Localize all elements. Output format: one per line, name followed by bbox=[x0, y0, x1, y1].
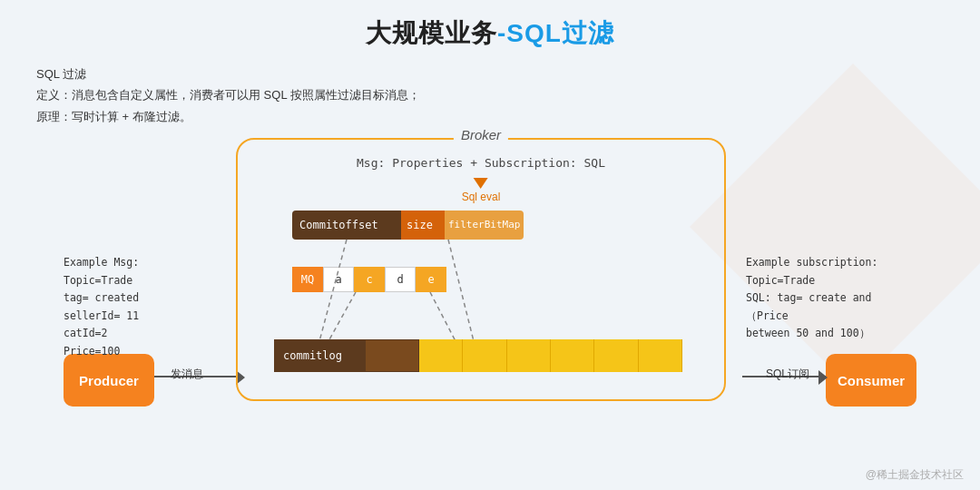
ex-left-4: sellerId= 11 bbox=[64, 308, 139, 326]
clog-cell-4 bbox=[551, 339, 594, 372]
ex-right-2: Topic=Trade bbox=[746, 272, 918, 290]
clog-cell-3 bbox=[507, 339, 551, 372]
svg-line-2 bbox=[328, 292, 356, 341]
msg-subscription-line: Msg: Properties + Subscription: SQL bbox=[238, 156, 724, 170]
consumer-box: Consumer bbox=[826, 354, 916, 407]
ex-left-5: catId=2 bbox=[64, 325, 139, 343]
svg-line-1 bbox=[448, 240, 474, 341]
mq-cell-c: c bbox=[354, 267, 385, 292]
clog-cell-2 bbox=[463, 339, 506, 372]
svg-line-3 bbox=[430, 292, 456, 341]
sql-eval-arrow bbox=[474, 178, 488, 189]
watermark: @稀土掘金技术社区 bbox=[866, 467, 964, 483]
page-title: 大规模业务-SQL过滤 bbox=[36, 16, 944, 51]
broker-box: Broker Msg: Properties + Subscription: S… bbox=[236, 138, 726, 401]
ex-left-6: Price=100 bbox=[64, 343, 139, 361]
ex-right-1: Example subscription: bbox=[746, 254, 918, 272]
commitlog-dark-section bbox=[365, 339, 419, 372]
title-sub: -SQL过滤 bbox=[497, 19, 614, 47]
ex-left-2: Topic=Trade bbox=[64, 272, 139, 290]
mq-cell-e: e bbox=[416, 267, 446, 292]
arrowhead-right bbox=[818, 370, 828, 385]
diagram-area: Producer Consumer 发消息 SQL订阅 Example Msg:… bbox=[36, 138, 944, 446]
mq-bar: MQ a c d e bbox=[292, 267, 446, 292]
ex-left-1: Example Msg: bbox=[64, 254, 139, 272]
clog-cell-5 bbox=[594, 339, 638, 372]
commitoffset-bar: Commitoffset size filterBitMap bbox=[292, 211, 524, 240]
commitoffset-cell: Commitoffset bbox=[292, 211, 401, 240]
producer-label: Producer bbox=[79, 373, 139, 388]
desc-line2: 定义：消息包含自定义属性，消费者可以用 SQL 按照属性过滤目标消息； bbox=[36, 84, 944, 105]
size-cell: size bbox=[401, 211, 445, 240]
fasong-label: 发消息 bbox=[171, 367, 203, 382]
commitlog-label: commitlog bbox=[274, 339, 365, 372]
ex-right-3: SQL: tag= create and （Price bbox=[746, 289, 918, 325]
desc-line3: 原理：写时计算 + 布隆过滤。 bbox=[36, 106, 944, 127]
sql-eval-label: Sql eval bbox=[462, 191, 501, 203]
clog-cell-6 bbox=[639, 339, 682, 372]
mq-cell-a: a bbox=[323, 267, 354, 292]
commitlog-bar: commitlog bbox=[274, 339, 682, 372]
consumer-label: Consumer bbox=[838, 373, 905, 388]
ex-right-4: between 50 and 100） bbox=[746, 325, 918, 343]
clog-cell-1 bbox=[419, 339, 463, 372]
commitlog-yellow-section bbox=[419, 339, 682, 372]
example-right: Example subscription: Topic=Trade SQL: t… bbox=[746, 254, 918, 343]
sqlding-label: SQL订阅 bbox=[766, 367, 809, 382]
filterbitmap-cell: filterBitMap bbox=[445, 211, 524, 240]
mq-label-cell: MQ bbox=[292, 267, 323, 292]
example-left: Example Msg: Topic=Trade tag= created se… bbox=[64, 254, 139, 360]
mq-cell-d: d bbox=[385, 267, 416, 292]
desc-line1: SQL 过滤 bbox=[36, 64, 944, 84]
description-block: SQL 过滤 定义：消息包含自定义属性，消费者可以用 SQL 按照属性过滤目标消… bbox=[36, 64, 944, 127]
broker-label: Broker bbox=[454, 127, 508, 142]
main-content: 大规模业务-SQL过滤 SQL 过滤 定义：消息包含自定义属性，消费者可以用 S… bbox=[0, 0, 980, 456]
sql-eval-area: Sql eval bbox=[462, 178, 501, 203]
producer-box: Producer bbox=[64, 354, 154, 407]
title-main: 大规模业务 bbox=[366, 19, 497, 47]
ex-left-3: tag= created bbox=[64, 289, 139, 308]
